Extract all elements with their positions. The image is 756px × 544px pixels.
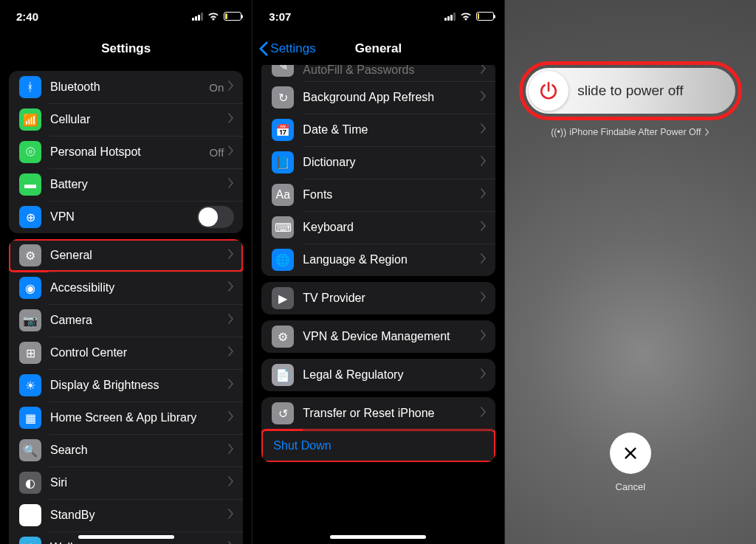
chevron-right-icon	[228, 346, 234, 359]
row-label: Camera	[50, 314, 228, 327]
chevron-right-icon	[228, 113, 234, 126]
row-bluetooth[interactable]: ᚼBluetoothOn	[9, 71, 243, 103]
row-label: VPN	[50, 210, 197, 224]
page-title: General	[355, 41, 402, 56]
toggle[interactable]	[197, 206, 234, 228]
back-button[interactable]: Settings	[258, 41, 315, 56]
date-icon: 📅	[272, 119, 294, 141]
slider-label: slide to power off	[526, 83, 735, 99]
row-keyboard[interactable]: ⌨Keyboard	[261, 211, 495, 244]
chevron-right-icon	[481, 156, 487, 169]
row-label: StandBy	[50, 509, 228, 522]
chevron-right-icon	[481, 91, 487, 104]
reset-icon: ↺	[272, 402, 294, 424]
control-center-icon: ⊞	[19, 342, 41, 364]
vpn-icon: ⊕	[19, 206, 41, 228]
row-label: Siri	[50, 476, 228, 489]
gear-icon: ⚙	[19, 244, 41, 266]
row-label: AutoFill & Passwords	[303, 65, 480, 77]
location-icon: ((•))	[551, 127, 566, 137]
battery-icon: ▬	[19, 173, 41, 196]
row-background-app-refresh[interactable]: ↻Background App Refresh	[261, 81, 495, 114]
row-search[interactable]: 🔍Search	[9, 434, 243, 466]
row-display-brightness[interactable]: ☀Display & Brightness	[9, 369, 243, 402]
antenna-icon: 📶	[19, 109, 41, 131]
row-dictionary[interactable]: 📘Dictionary	[261, 146, 495, 179]
row-personal-hotspot[interactable]: ⦾Personal HotspotOff	[9, 136, 243, 168]
row-label: Transfer or Reset iPhone	[303, 407, 480, 420]
home-indicator[interactable]	[330, 535, 426, 539]
row-control-center[interactable]: ⊞Control Center	[9, 337, 243, 369]
row-value: On	[209, 81, 224, 94]
cancel-button[interactable]	[610, 433, 651, 474]
row-label: Cellular	[50, 113, 228, 126]
home-indicator[interactable]	[78, 535, 174, 539]
row-autofill-passwords[interactable]: ✎AutoFill & Passwords	[261, 65, 495, 81]
battery-icon: 12	[224, 12, 241, 21]
chevron-right-icon	[228, 145, 234, 159]
legal-icon: 📄	[272, 364, 294, 386]
row-battery[interactable]: ▬Battery	[9, 168, 243, 201]
chevron-right-icon	[481, 123, 487, 137]
chevron-right-icon	[228, 444, 234, 457]
row-label: Display & Brightness	[50, 379, 228, 392]
row-label: Accessibility	[50, 281, 228, 295]
row-cellular[interactable]: 📶Cellular	[9, 103, 243, 136]
fonts-icon: Aa	[272, 184, 294, 206]
display-icon: ☀	[19, 374, 41, 396]
row-accessibility[interactable]: ◉Accessibility	[9, 272, 243, 304]
power-slider-highlight: slide to power off	[520, 62, 741, 120]
status-time: 3:07	[269, 10, 291, 23]
row-label: Dictionary	[303, 156, 480, 169]
signal-icon	[444, 13, 456, 21]
autofill-icon: ✎	[272, 65, 294, 77]
row-date-time[interactable]: 📅Date & Time	[261, 114, 495, 146]
chevron-right-icon	[481, 330, 487, 343]
chevron-right-icon	[228, 509, 234, 522]
hotspot-icon: ⦾	[19, 141, 41, 163]
wallpaper-icon: ✿	[19, 537, 41, 544]
row-fonts[interactable]: AaFonts	[261, 179, 495, 211]
row-tv-provider[interactable]: ▶TV Provider	[261, 282, 495, 314]
chevron-right-icon	[228, 178, 234, 191]
cancel-label: Cancel	[610, 481, 651, 492]
wifi-icon	[207, 12, 219, 21]
row-label: Language & Region	[303, 253, 480, 266]
power-off-slider[interactable]: slide to power off	[526, 68, 735, 114]
row-general[interactable]: ⚙General	[9, 239, 243, 272]
signal-icon	[192, 13, 203, 21]
row-camera[interactable]: 📷Camera	[9, 304, 243, 337]
row-label: Battery	[50, 178, 228, 191]
row-home-screen-app-library[interactable]: ▦Home Screen & App Library	[9, 402, 243, 434]
chevron-right-icon	[481, 292, 487, 305]
navbar: Settings	[0, 32, 252, 65]
standby-icon: ◧	[19, 504, 41, 526]
row-shut-down[interactable]: Shut Down	[261, 430, 495, 462]
status-bar: 2:40 12	[0, 0, 252, 32]
battery-icon: 8	[476, 12, 494, 21]
row-label: Wallpaper	[50, 541, 228, 544]
row-label: Control Center	[50, 346, 228, 359]
navbar: Settings General	[252, 32, 504, 65]
row-label: Shut Down	[273, 439, 486, 452]
row-value: Off	[210, 146, 224, 159]
row-transfer-or-reset-iphone[interactable]: ↺Transfer or Reset iPhone	[261, 397, 495, 430]
row-siri[interactable]: ◐Siri	[9, 466, 243, 499]
chevron-right-icon	[228, 476, 234, 489]
wifi-icon	[460, 12, 472, 21]
chevron-right-icon	[228, 411, 234, 424]
chevron-right-icon	[481, 188, 487, 202]
back-label: Settings	[270, 41, 315, 56]
row-label: Home Screen & App Library	[50, 411, 228, 424]
findable-link[interactable]: ((•)) iPhone Findable After Power Off	[505, 127, 756, 137]
row-language-region[interactable]: 🌐Language & Region	[261, 244, 495, 276]
chevron-right-icon	[228, 249, 234, 262]
cancel-area: Cancel	[610, 433, 651, 492]
row-legal-regulatory[interactable]: 📄Legal & Regulatory	[261, 359, 495, 391]
row-standby[interactable]: ◧StandBy	[9, 499, 243, 531]
power-off-screen: slide to power off ((•)) iPhone Findable…	[504, 0, 756, 544]
row-vpn[interactable]: ⊕VPN	[9, 201, 243, 233]
home-screen-icon: ▦	[19, 407, 41, 429]
row-vpn-device-management[interactable]: ⚙VPN & Device Management	[261, 320, 495, 353]
chevron-right-icon	[228, 281, 234, 295]
